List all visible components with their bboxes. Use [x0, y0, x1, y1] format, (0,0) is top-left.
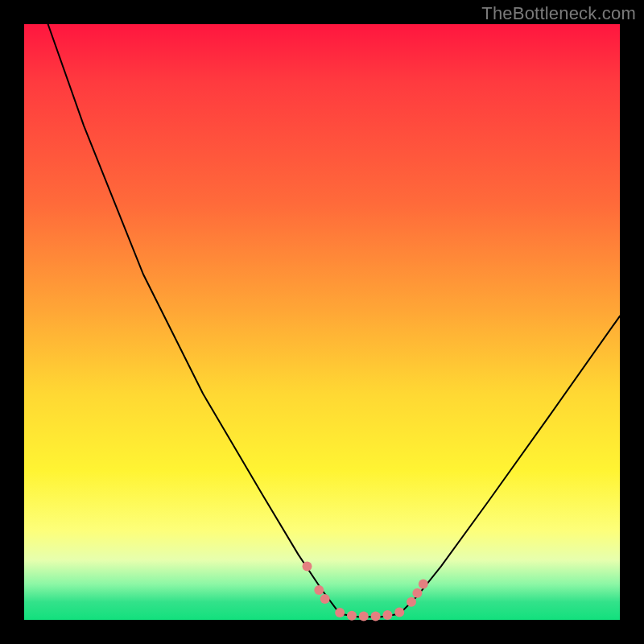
- highlight-dot: [382, 610, 392, 620]
- curve-path: [48, 24, 620, 617]
- bottleneck-curve: [24, 24, 620, 620]
- highlight-dot: [347, 611, 357, 621]
- highlight-dot: [335, 608, 345, 617]
- highlight-dot: [320, 594, 330, 604]
- highlight-dot: [419, 580, 428, 589]
- highlight-dot: [303, 561, 312, 571]
- plot-area: [24, 24, 620, 620]
- highlight-dot: [371, 612, 381, 621]
- highlight-dot: [314, 585, 324, 595]
- highlight-dot: [407, 597, 416, 607]
- chart-frame: TheBottleneck.com: [0, 0, 644, 644]
- highlight-dot: [359, 612, 369, 621]
- watermark-label: TheBottleneck.com: [481, 3, 636, 24]
- highlight-dot: [412, 588, 422, 598]
- highlight-dot: [394, 607, 404, 617]
